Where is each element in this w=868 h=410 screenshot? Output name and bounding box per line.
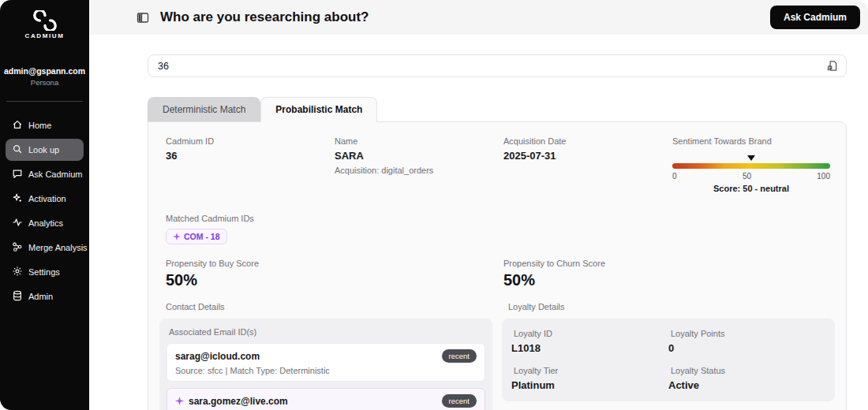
sidebar-item-settings[interactable]: Settings xyxy=(6,261,84,283)
sidebar-item-ask-cadmium[interactable]: Ask Cadmium xyxy=(6,163,84,185)
sidebar-toggle-icon[interactable] xyxy=(137,12,149,24)
sentiment-widget: Sentiment Towards Brand 0 50 100 xyxy=(666,136,835,193)
app-window: CADMIUM admin@gspann.com Persona Home Lo… xyxy=(0,0,868,410)
content: Deterministic Match Probabilistic Match … xyxy=(89,35,868,410)
sentiment-score-text: Score: 50 - neutral xyxy=(672,184,830,193)
cadmium-id-field: Cadmium ID 36 xyxy=(159,136,328,193)
sidebar-item-label: Activation xyxy=(28,194,66,203)
search-icon xyxy=(12,144,23,156)
field-value: L1018 xyxy=(511,342,668,354)
database-icon xyxy=(12,290,23,303)
sidebar-item-admin[interactable]: Admin xyxy=(6,285,84,308)
tick-mid: 50 xyxy=(743,172,751,181)
sidebar-item-activation[interactable]: Activation xyxy=(6,188,84,210)
contact-details-column: Contact Details Associated Email ID(s) s… xyxy=(159,302,492,410)
acquisition-date-field: Acquisition Date 2025-07-31 xyxy=(497,136,666,193)
profile-summary-row: Cadmium ID 36 Name SARA Acquisition: dig… xyxy=(159,136,835,193)
sidebar-item-merge-analysis[interactable]: Merge Analysis xyxy=(6,237,84,259)
field-value: 0 xyxy=(668,342,825,354)
field-value: 50% xyxy=(503,271,835,289)
field-label: Acquisition Date xyxy=(503,136,666,146)
main-area: Who are you researching about? Ask Cadmi… xyxy=(89,0,868,410)
contact-details-heading: Contact Details xyxy=(159,302,492,311)
header: Who are you researching about? Ask Cadmi… xyxy=(89,0,868,35)
sidebar-item-home[interactable]: Home xyxy=(6,114,84,136)
tick-max: 100 xyxy=(817,172,830,181)
sidebar-item-label: Home xyxy=(28,121,51,130)
sidebar-item-lookup[interactable]: Look up xyxy=(6,139,84,161)
field-value: 50% xyxy=(166,271,497,289)
name-field: Name SARA Acquisition: digital_orders xyxy=(328,136,497,193)
field-value: 2025-07-31 xyxy=(503,150,666,162)
field-label: Cadmium ID xyxy=(166,136,328,146)
sentiment-ticks: 0 50 100 xyxy=(672,172,830,181)
tab-probabilistic-match[interactable]: Probabilistic Match xyxy=(260,97,377,122)
email-address: sarag@icloud.com xyxy=(175,351,437,362)
loyalty-details-card: Loyalty ID L1018 Loyalty Points 0 Loyalt… xyxy=(502,319,835,401)
sidebar-divider xyxy=(6,101,83,102)
chat-icon xyxy=(12,168,23,181)
sparkle-icon xyxy=(173,233,181,240)
field-value: SARA xyxy=(335,150,497,162)
tab-deterministic-match[interactable]: Deterministic Match xyxy=(148,97,260,121)
search-box xyxy=(148,54,847,77)
field-label: Propensity to Buy Score xyxy=(166,259,497,268)
sidebar-nav: Home Look up Ask Cadmium Activation xyxy=(0,113,89,308)
loyalty-status-field: Loyalty Status Active xyxy=(668,366,825,391)
sentiment-marker xyxy=(747,155,755,161)
field-label: Loyalty ID xyxy=(511,329,668,338)
loyalty-tier-field: Loyalty Tier Platinum xyxy=(511,366,668,391)
matched-id-badge[interactable]: COM - 18 xyxy=(166,229,227,244)
field-label: Sentiment Towards Brand xyxy=(672,136,835,146)
recent-badge: recent xyxy=(442,394,477,408)
file-search-icon[interactable] xyxy=(826,60,838,72)
emails-label: Associated Email ID(s) xyxy=(166,327,485,337)
detail-sections: Contact Details Associated Email ID(s) s… xyxy=(159,302,835,410)
propensity-buy-field: Propensity to Buy Score 50% xyxy=(159,259,497,289)
activity-icon xyxy=(12,217,23,229)
sparkles-icon xyxy=(12,192,23,205)
field-label: Propensity to Churn Score xyxy=(503,259,835,268)
sidebar-item-label: Merge Analysis xyxy=(28,243,88,252)
search-input[interactable] xyxy=(158,61,826,72)
matched-ids-section: Matched Cadmium IDs COM - 18 xyxy=(159,214,835,244)
user-email: admin@gspann.com xyxy=(0,66,89,76)
network-icon xyxy=(12,241,23,254)
email-source: Source: sfcc | Match Type: Deterministic xyxy=(175,366,477,375)
sidebar-item-label: Admin xyxy=(28,292,53,301)
matched-ids-label: Matched Cadmium IDs xyxy=(166,214,835,223)
email-entry[interactable]: sarag@icloud.com recent Source: sfcc | M… xyxy=(166,343,485,382)
sidebar-item-label: Look up xyxy=(28,145,59,155)
propensity-churn-field: Propensity to Churn Score 50% xyxy=(497,259,835,289)
loyalty-id-field: Loyalty ID L1018 xyxy=(511,329,668,354)
recent-badge: recent xyxy=(442,349,477,363)
sidebar-item-label: Settings xyxy=(28,267,60,277)
ask-cadmium-button[interactable]: Ask Cadmium xyxy=(770,6,860,29)
contact-details-card: Associated Email ID(s) sarag@icloud.com … xyxy=(159,319,492,410)
field-value: Platinum xyxy=(511,379,668,391)
field-label: Loyalty Points xyxy=(668,329,825,338)
user-info: admin@gspann.com Persona xyxy=(0,66,89,87)
brand-name: CADMIUM xyxy=(0,32,89,39)
loyalty-details-heading: Loyalty Details xyxy=(502,302,835,311)
sidebar: CADMIUM admin@gspann.com Persona Home Lo… xyxy=(0,0,89,410)
cadmium-logo-icon xyxy=(0,10,89,31)
sparkle-icon xyxy=(175,397,184,405)
field-label: Loyalty Status xyxy=(668,366,825,375)
gear-icon xyxy=(12,266,23,278)
page-title: Who are you researching about? xyxy=(160,9,759,25)
loyalty-points-field: Loyalty Points 0 xyxy=(668,329,825,354)
sidebar-item-label: Analytics xyxy=(28,218,63,228)
sidebar-item-analytics[interactable]: Analytics xyxy=(6,212,84,234)
field-value: Active xyxy=(668,379,825,391)
propensity-row: Propensity to Buy Score 50% Propensity t… xyxy=(159,259,835,289)
field-label: Loyalty Tier xyxy=(511,366,668,375)
match-panel: Cadmium ID 36 Name SARA Acquisition: dig… xyxy=(148,121,847,410)
home-icon xyxy=(12,119,23,132)
brand-logo: CADMIUM xyxy=(0,0,89,39)
match-tabs: Deterministic Match Probabilistic Match xyxy=(148,97,847,121)
email-entry[interactable]: sara.gomez@live.com recent Source: digit… xyxy=(166,388,485,410)
tick-min: 0 xyxy=(672,172,677,181)
sidebar-item-label: Ask Cadmium xyxy=(28,170,82,179)
field-label: Name xyxy=(335,136,497,146)
